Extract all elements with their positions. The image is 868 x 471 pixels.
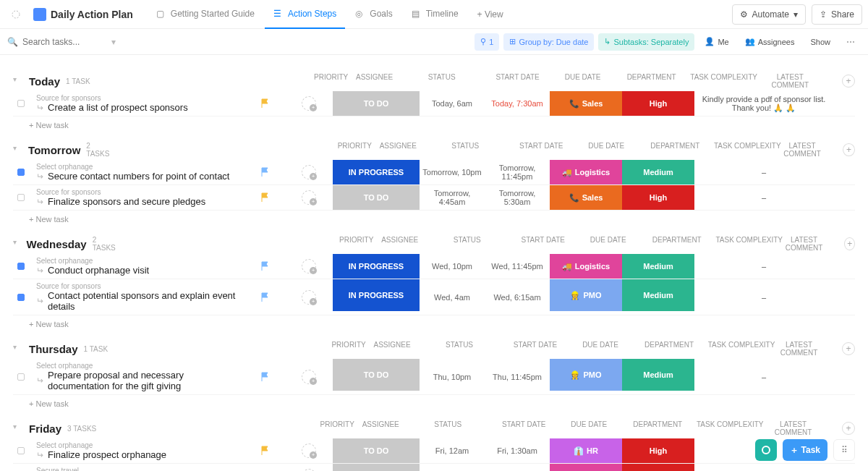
task-row[interactable]: Select orphanage ↵Conduct orphanage visi… (13, 254, 855, 279)
status-cell[interactable]: TO DO (333, 359, 420, 391)
comment-cell[interactable]: – (694, 168, 833, 177)
start-date-cell[interactable]: Wed, 10pm (420, 262, 485, 271)
tab-goals[interactable]: ◎Goals (346, 0, 401, 29)
task-checkbox[interactable] (13, 447, 29, 454)
chevron-down-icon[interactable]: ▾ (13, 75, 25, 87)
new-task-link[interactable]: + New task (13, 315, 855, 328)
priority-cell[interactable] (246, 192, 285, 203)
add-view-button[interactable]: + View (469, 9, 512, 20)
groupby-pill[interactable]: ⊞Group by: Due date (503, 33, 594, 51)
comment-cell[interactable]: – (694, 193, 833, 202)
department-cell[interactable]: 📞Sales (550, 185, 622, 210)
complexity-cell[interactable]: Medium (622, 160, 694, 184)
status-cell[interactable]: IN PROGRESS (333, 254, 420, 279)
start-date-cell[interactable]: Wed, 4am (420, 293, 485, 302)
task-checkbox[interactable] (13, 263, 29, 270)
due-date-cell[interactable]: Wed, 11:45pm (485, 262, 550, 271)
start-date-cell[interactable]: Fri, 12am (420, 446, 485, 455)
task-checkbox[interactable] (13, 100, 29, 107)
app-menu-icon[interactable] (6, 4, 26, 25)
new-task-link[interactable]: + New task (13, 211, 855, 224)
chevron-down-icon[interactable]: ▾ (13, 423, 25, 434)
due-date-cell[interactable]: Thu, 11:45pm (485, 373, 550, 381)
share-button[interactable]: ⇪Share (812, 4, 862, 25)
due-date-cell[interactable]: Tomorrow, 5:30am (485, 189, 550, 206)
task-checkbox[interactable] (13, 194, 29, 201)
start-date-cell[interactable]: Tomorrow, 10pm (420, 168, 485, 177)
task-row[interactable]: Select orphanage ↵Finalize prospect orph… (13, 438, 855, 464)
start-date-cell[interactable]: Tomorrow, 4:45am (420, 189, 485, 206)
complexity-cell[interactable]: Medium (622, 279, 694, 311)
priority-cell[interactable] (246, 98, 285, 109)
add-column-button[interactable]: + (843, 143, 855, 156)
apps-button[interactable]: ⠿ (833, 439, 855, 461)
task-row[interactable]: Select orphanage ↵Secure contact numbers… (13, 160, 855, 185)
assignees-pill[interactable]: 👥Assignees (739, 33, 801, 51)
status-cell[interactable]: TO DO (333, 464, 420, 471)
task-row[interactable]: Source for sponsors ↵Create a list of pr… (13, 91, 855, 116)
me-pill[interactable]: 👤Me (699, 33, 734, 51)
status-cell[interactable]: TO DO (333, 185, 420, 210)
tab-action-steps[interactable]: ☰Action Steps (265, 0, 345, 29)
task-row[interactable]: Source for sponsors ↵Contact potential s… (13, 279, 855, 315)
add-column-button[interactable]: + (842, 422, 855, 435)
comment-cell[interactable]: Kindly provide a pdf of sponsor list. Th… (694, 95, 833, 113)
department-cell[interactable]: 🚚Logistics (550, 464, 622, 471)
filter-pill[interactable]: ⚲1 (475, 33, 499, 51)
task-row[interactable]: Select orphanage ↵Prepare proposal and n… (13, 359, 855, 395)
complexity-cell[interactable]: High (622, 91, 694, 116)
assignee-cell[interactable] (285, 370, 333, 384)
department-cell[interactable]: 📞Sales (550, 91, 622, 116)
chevron-down-icon[interactable]: ▾ (13, 343, 25, 355)
chevron-down-icon[interactable]: ▾ (13, 238, 22, 250)
complexity-cell[interactable]: High (622, 185, 694, 210)
complexity-cell[interactable]: High (622, 464, 694, 471)
complexity-cell[interactable]: High (622, 438, 694, 463)
complexity-cell[interactable]: Medium (622, 359, 694, 391)
task-row[interactable]: Source for sponsors ↵Finalize sponsors a… (13, 185, 855, 211)
department-cell[interactable]: 🚚Logistics (550, 254, 622, 279)
status-cell[interactable]: TO DO (333, 91, 420, 116)
add-column-button[interactable]: + (844, 237, 855, 250)
due-date-cell[interactable]: Tomorrow, 11:45pm (485, 164, 550, 181)
priority-cell[interactable] (246, 261, 285, 271)
comment-cell[interactable]: – (694, 262, 833, 271)
more-icon[interactable]: ⋯ (841, 32, 861, 52)
comment-cell[interactable]: – (694, 373, 833, 381)
department-cell[interactable]: 👷PMO (550, 359, 622, 391)
department-cell[interactable]: 🚚Logistics (550, 160, 622, 184)
priority-cell[interactable] (246, 372, 285, 382)
add-column-button[interactable]: + (842, 75, 855, 88)
chevron-down-icon[interactable]: ▾ (111, 37, 116, 47)
show-pill[interactable]: Show (804, 33, 836, 51)
status-cell[interactable]: TO DO (333, 438, 420, 463)
new-task-link[interactable]: + New task (13, 395, 855, 408)
priority-cell[interactable] (246, 167, 285, 177)
automate-button[interactable]: ⚙Automate▾ (732, 4, 806, 25)
task-checkbox[interactable] (13, 294, 29, 301)
task-row[interactable]: Secure travel ↵Create a list of potentia… (13, 464, 855, 471)
due-date-cell[interactable]: Wed, 6:15am (485, 293, 550, 302)
new-task-link[interactable]: + New task (13, 116, 855, 130)
assignee-cell[interactable] (285, 190, 333, 205)
status-cell[interactable]: IN PROGRESS (333, 279, 420, 311)
subtasks-pill[interactable]: ↳Subtasks: Separately (598, 33, 694, 51)
priority-cell[interactable] (246, 446, 285, 456)
start-date-cell[interactable]: Thu, 10pm (420, 373, 485, 381)
status-cell[interactable]: IN PROGRESS (333, 160, 420, 184)
assignee-cell[interactable] (285, 444, 333, 458)
assignee-cell[interactable] (285, 96, 333, 111)
task-checkbox[interactable] (13, 373, 29, 381)
assignee-cell[interactable] (285, 290, 333, 305)
department-cell[interactable]: 👷PMO (550, 279, 622, 311)
priority-cell[interactable] (246, 292, 285, 302)
assignee-cell[interactable] (285, 165, 333, 179)
due-date-cell[interactable]: Today, 7:30am (485, 99, 550, 108)
tab-timeline[interactable]: ▤Timeline (403, 0, 467, 29)
due-date-cell[interactable]: Fri, 1:30am (485, 446, 550, 455)
record-button[interactable] (755, 439, 777, 461)
task-checkbox[interactable] (13, 169, 29, 176)
tab-getting-started[interactable]: ▢Getting Started Guide (148, 0, 263, 29)
complexity-cell[interactable]: Medium (622, 254, 694, 279)
comment-cell[interactable]: – (694, 293, 833, 302)
